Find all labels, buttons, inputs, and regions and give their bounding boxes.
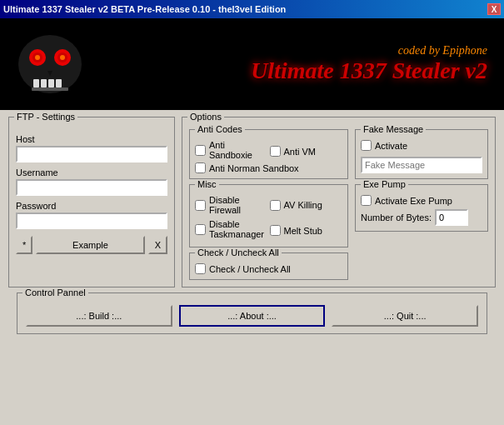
options-left: Anti Codes Anti Sandboxie Anti VM xyxy=(189,129,348,280)
anti-sandboxie-label: Anti Sandboxie xyxy=(209,140,268,160)
top-row: FTP - Settings Host Username Password * … xyxy=(8,117,496,288)
options-group: Options Anti Codes Anti Sandboxie xyxy=(182,117,496,288)
fake-message-activate-label: Activate xyxy=(375,141,407,151)
fake-message-label: Fake Message xyxy=(361,124,426,134)
fake-message-group: Fake Message Activate xyxy=(355,129,488,179)
svg-rect-9 xyxy=(48,79,54,88)
host-label: Host xyxy=(16,134,167,144)
coded-by-text: coded by Epiphone xyxy=(251,44,487,58)
password-input[interactable] xyxy=(16,212,167,229)
check-uncheck-group: Check / Uncheck All Check / Uncheck All xyxy=(189,252,348,280)
disable-firewall-row: Disable Firewall xyxy=(195,195,268,215)
svg-point-6 xyxy=(60,55,65,60)
exe-pump-activate-label: Activate Exe Pump xyxy=(375,196,452,206)
anti-norman-checkbox[interactable] xyxy=(195,162,206,173)
svg-rect-8 xyxy=(41,79,47,88)
check-uncheck-item-label: Check / Uncheck All xyxy=(209,264,291,274)
av-killing-checkbox[interactable] xyxy=(270,200,281,211)
title-text: Ultimate 1337 Stealer v2 BETA Pre-Releas… xyxy=(3,4,286,14)
title-bar: Ultimate 1337 Stealer v2 BETA Pre-Releas… xyxy=(0,0,504,18)
melt-stub-label: Melt Stub xyxy=(284,226,322,236)
check-uncheck-row: Check / Uncheck All xyxy=(195,263,342,274)
exe-pump-label: Exe Pump xyxy=(361,179,408,189)
example-button[interactable]: Example xyxy=(36,236,144,254)
header-banner: coded by Epiphone Ultimate 1337 Stealer … xyxy=(0,18,504,110)
anti-vm-label: Anti VM xyxy=(284,147,317,157)
exe-pump-activate-row: Activate Exe Pump xyxy=(361,195,482,206)
host-input[interactable] xyxy=(16,146,167,162)
av-killing-label: AV Killing xyxy=(284,200,322,210)
anti-vm-row: Anti VM xyxy=(270,140,343,162)
x-button[interactable]: X xyxy=(148,236,167,254)
ftp-buttons: * Example X xyxy=(16,236,167,254)
anti-norman-row: Anti Norman Sandbox xyxy=(195,162,342,173)
disable-firewall-label: Disable Firewall xyxy=(209,195,268,215)
av-killing-row: AV Killing xyxy=(270,195,343,215)
build-button[interactable]: ...: Build :... xyxy=(26,305,172,327)
anti-vm-checkbox[interactable] xyxy=(270,146,281,157)
banner-text: coded by Epiphone Ultimate 1337 Stealer … xyxy=(251,44,487,84)
title-bar-left: Ultimate 1337 Stealer v2 BETA Pre-Releas… xyxy=(3,4,286,14)
disable-taskmanager-label: Disable Taskmanager xyxy=(209,219,268,239)
check-uncheck-checkbox[interactable] xyxy=(195,263,206,274)
ftp-settings-group: FTP - Settings Host Username Password * … xyxy=(8,117,175,288)
options-right: Fake Message Activate Exe Pump xyxy=(355,129,488,280)
options-inner: Anti Codes Anti Sandboxie Anti VM xyxy=(189,129,488,280)
username-input[interactable] xyxy=(16,179,167,196)
melt-stub-row: Melt Stub xyxy=(270,219,343,242)
main-window: coded by Epiphone Ultimate 1337 Stealer … xyxy=(0,18,504,425)
exe-pump-checkbox[interactable] xyxy=(361,195,372,206)
check-uncheck-label: Check / Uncheck All xyxy=(195,248,282,258)
quit-button[interactable]: ...: Quit :... xyxy=(332,305,478,327)
anti-codes-grid: Anti Sandboxie Anti VM xyxy=(195,140,342,162)
svg-rect-11 xyxy=(32,88,68,91)
svg-point-5 xyxy=(35,55,40,60)
anti-sandboxie-row: Anti Sandboxie xyxy=(195,140,268,160)
svg-rect-7 xyxy=(33,79,39,88)
misc-group: Misc Disable Firewall AV Killing xyxy=(189,184,348,248)
disable-firewall-checkbox[interactable] xyxy=(195,200,206,211)
disable-taskmanager-checkbox[interactable] xyxy=(195,224,206,235)
fake-message-checkbox[interactable] xyxy=(361,140,372,151)
svg-rect-10 xyxy=(56,79,62,88)
about-button[interactable]: ...: About :... xyxy=(179,305,326,327)
bytes-label: Number of Bytes: xyxy=(361,212,432,222)
anti-norman-label: Anti Norman Sandbox xyxy=(209,163,299,173)
misc-label: Misc xyxy=(195,179,219,189)
anti-sandboxie-checkbox[interactable] xyxy=(195,145,206,156)
exe-pump-group: Exe Pump Activate Exe Pump Number of Byt… xyxy=(355,184,488,232)
misc-grid: Disable Firewall AV Killing Disable Task… xyxy=(195,195,342,242)
fake-message-input[interactable] xyxy=(361,157,482,173)
control-panel-group: Control Pannel ...: Build :... ...: Abou… xyxy=(17,292,487,334)
username-label: Username xyxy=(16,168,167,178)
anti-codes-label: Anti Codes xyxy=(195,124,245,134)
ftp-settings-label: FTP - Settings xyxy=(14,112,77,122)
options-label: Options xyxy=(187,112,224,122)
bytes-input[interactable] xyxy=(435,209,468,226)
disable-taskmanager-row: Disable Taskmanager xyxy=(195,219,268,239)
melt-stub-checkbox[interactable] xyxy=(270,225,281,236)
fake-message-activate-row: Activate xyxy=(361,140,482,151)
app-title-text: Ultimate 1337 Stealer v2 xyxy=(251,58,487,84)
skull-icon xyxy=(8,22,92,106)
close-button[interactable]: X xyxy=(487,3,501,15)
control-buttons: ...: Build :... ...: About :... ...: Qui… xyxy=(26,305,478,327)
exe-pump-bytes-row: Number of Bytes: xyxy=(361,209,482,226)
password-label: Password xyxy=(16,201,167,211)
star-button[interactable]: * xyxy=(16,236,32,254)
content-area: FTP - Settings Host Username Password * … xyxy=(0,110,504,341)
control-panel-label: Control Pannel xyxy=(22,288,88,298)
anti-codes-group: Anti Codes Anti Sandboxie Anti VM xyxy=(189,129,348,179)
